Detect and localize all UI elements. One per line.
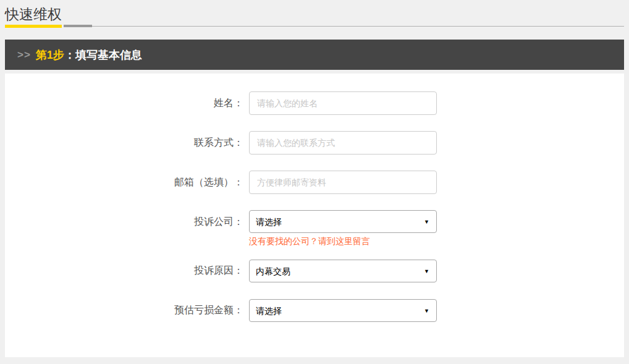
loss-amount-label: 预估亏损金额： <box>5 304 249 317</box>
email-label: 邮箱（选填）： <box>5 176 249 189</box>
form-row-reason: 投诉原因： 内幕交易 ▼ <box>5 260 624 282</box>
step-number-label: 第1步 <box>36 48 64 62</box>
loss-amount-select[interactable]: 请选择 <box>249 299 437 322</box>
loss-amount-select-wrap: 请选择 ▼ <box>249 299 437 322</box>
form-row-name: 姓名： <box>5 91 624 115</box>
name-label: 姓名： <box>5 97 249 110</box>
title-underline-gray-segment <box>64 25 92 27</box>
reason-select[interactable]: 内幕交易 <box>249 260 437 282</box>
email-input[interactable] <box>249 171 437 194</box>
step-title: ：填写基本信息 <box>64 48 142 62</box>
form-row-company: 投诉公司： 请选择 ▼ 没有要找的公司？请到这里留言 <box>5 210 624 246</box>
page: 快速维权 >> 第1步 ：填写基本信息 姓名： 联系方式： 邮箱（选填）： 投诉… <box>0 0 629 364</box>
company-label: 投诉公司： <box>5 210 249 233</box>
double-chevron-icon: >> <box>17 49 31 61</box>
step-header-bar: >> 第1步 ：填写基本信息 <box>5 40 624 70</box>
reason-select-wrap: 内幕交易 ▼ <box>249 260 437 282</box>
page-title: 快速维权 <box>5 4 624 23</box>
company-missing-link[interactable]: 没有要找的公司？请到这里留言 <box>249 236 437 246</box>
contact-label: 联系方式： <box>5 137 249 150</box>
title-underline <box>5 24 624 28</box>
form-row-loss-amount: 预估亏损金额： 请选择 ▼ <box>5 299 624 322</box>
contact-input[interactable] <box>249 131 437 154</box>
company-control-column: 请选择 ▼ 没有要找的公司？请到这里留言 <box>249 210 437 246</box>
title-underline-yellow-segment <box>5 25 62 28</box>
form-row-contact: 联系方式： <box>5 131 624 154</box>
name-input[interactable] <box>249 91 437 115</box>
company-select-wrap: 请选择 ▼ <box>249 210 437 233</box>
form-row-email: 邮箱（选填）： <box>5 171 624 194</box>
company-select[interactable]: 请选择 <box>249 210 437 233</box>
form-panel: 姓名： 联系方式： 邮箱（选填）： 投诉公司： 请选择 ▼ 没有要找的公 <box>5 74 624 357</box>
reason-label: 投诉原因： <box>5 265 249 277</box>
title-underline-rule <box>92 26 624 27</box>
